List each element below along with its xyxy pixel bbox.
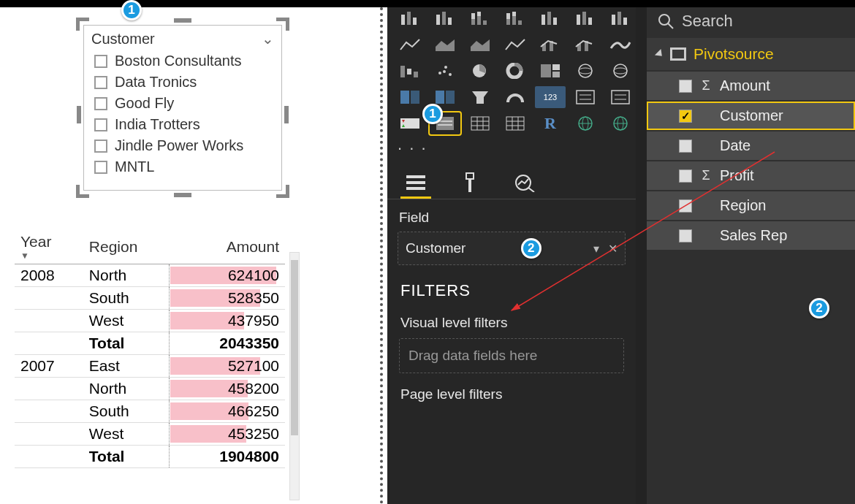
svg-point-34: [438, 72, 441, 75]
more-visuals-icon[interactable]: · · ·: [387, 137, 636, 164]
viz-type-table[interactable]: [465, 112, 495, 134]
field-checkbox[interactable]: [679, 199, 692, 213]
viz-type-pie[interactable]: [465, 60, 495, 82]
viz-type-kpi[interactable]: [570, 86, 601, 108]
viz-type-sbar[interactable]: [430, 7, 460, 29]
fields-search[interactable]: Search: [647, 7, 855, 38]
viz-type-slicer[interactable]: 1: [430, 112, 460, 134]
svg-rect-49: [436, 91, 444, 104]
viz-type-globe[interactable]: [605, 112, 636, 134]
slicer-item[interactable]: Good Fly: [90, 93, 276, 114]
slicer-visual[interactable]: Customer ⌄ Boston ConsultantsData Tronic…: [80, 22, 285, 194]
table-row: Total1904800: [15, 446, 285, 468]
viz-type-area[interactable]: [430, 34, 460, 56]
svg-point-45: [614, 64, 627, 77]
viz-type-scat[interactable]: [430, 60, 460, 82]
svg-rect-41: [552, 64, 560, 70]
svg-rect-4: [442, 12, 446, 25]
annotation-badge-1b: 1: [422, 104, 443, 124]
visual-filter-dropzone[interactable]: Drag data fields here: [399, 338, 624, 373]
col-amount[interactable]: Amount: [169, 230, 285, 264]
checkbox-icon[interactable]: [94, 97, 107, 110]
table-row: North458200: [15, 378, 285, 400]
field-row-region[interactable]: Region: [647, 191, 855, 220]
field-label: Sales Rep: [720, 227, 787, 244]
viz-type-globe[interactable]: [570, 112, 601, 134]
svg-rect-1: [407, 12, 411, 25]
right-panels: 1231R · · · Field Customer2 ▾ ✕ FILTERS …: [387, 7, 855, 504]
svg-rect-47: [400, 91, 409, 104]
svg-rect-69: [506, 117, 524, 130]
viz-type-matrix[interactable]: [500, 112, 531, 134]
viz-type-rvis[interactable]: R: [535, 112, 566, 134]
viz-type-combo[interactable]: [570, 34, 601, 56]
field-row-profit[interactable]: ΣProfit: [647, 161, 855, 190]
pane-divider: [380, 7, 383, 504]
viz-type-card[interactable]: [395, 112, 425, 134]
checkbox-icon[interactable]: [94, 161, 107, 174]
viz-type-numbox[interactable]: 123: [535, 86, 566, 108]
viz-type-area[interactable]: [465, 34, 495, 56]
checkbox-icon[interactable]: [94, 140, 107, 153]
svg-rect-17: [547, 12, 551, 25]
viz-type-sbar[interactable]: [395, 7, 425, 29]
viz-type-map[interactable]: [570, 60, 601, 82]
viz-type-map[interactable]: [605, 60, 636, 82]
svg-rect-14: [512, 12, 516, 16]
viz-type-tree[interactable]: [535, 60, 566, 82]
svg-marker-25: [436, 39, 455, 51]
checkbox-icon[interactable]: [94, 76, 107, 89]
viz-type-funnel[interactable]: [465, 86, 495, 108]
viz-type-cbar[interactable]: [465, 7, 495, 29]
viz-type-sbar[interactable]: [605, 7, 636, 29]
field-row-sales-rep[interactable]: Sales Rep: [647, 221, 855, 250]
col-region[interactable]: Region: [83, 230, 169, 264]
svg-marker-51: [472, 91, 488, 104]
field-row-customer[interactable]: ✓Customer: [647, 102, 855, 130]
analytics-tab[interactable]: [509, 168, 539, 199]
slicer-item[interactable]: MNTL: [90, 156, 276, 177]
chevron-down-icon[interactable]: ⌄: [262, 30, 274, 47]
viz-type-line[interactable]: [395, 34, 425, 56]
viz-type-sbar[interactable]: [570, 7, 601, 29]
viz-type-line[interactable]: [500, 34, 531, 56]
visual-level-filters-label: Visual level filters: [387, 308, 636, 338]
format-tab[interactable]: [455, 168, 485, 199]
field-row-amount[interactable]: ΣAmount: [647, 72, 855, 100]
viz-type-water[interactable]: [395, 60, 425, 82]
field-checkbox[interactable]: [679, 229, 692, 243]
field-checkbox[interactable]: [679, 80, 692, 93]
table-node-pivotsource[interactable]: Pivotsource: [647, 38, 855, 70]
table-row: 2008North624100: [15, 264, 285, 287]
scrollbar[interactable]: [289, 252, 300, 500]
viz-type-gauge[interactable]: [500, 86, 531, 108]
viz-type-combo[interactable]: [535, 34, 566, 56]
fields-tab[interactable]: [400, 168, 431, 199]
col-year[interactable]: Year▼: [15, 230, 83, 264]
field-well-customer[interactable]: Customer2 ▾ ✕: [398, 232, 626, 265]
matrix-visual[interactable]: Year▼ Region Amount 2008North624100South…: [15, 230, 285, 468]
viz-type-ribbon[interactable]: [605, 34, 636, 56]
viz-type-donut[interactable]: [500, 60, 531, 82]
field-row-date[interactable]: Date: [647, 131, 855, 160]
svg-rect-18: [553, 18, 557, 25]
slicer-item[interactable]: Jindle Power Works: [90, 135, 276, 156]
field-checkbox[interactable]: ✓: [679, 110, 692, 123]
remove-field-icon[interactable]: ✕: [608, 242, 618, 256]
slicer-item[interactable]: Boston Consultants: [90, 50, 276, 72]
field-checkbox[interactable]: [679, 140, 692, 153]
viz-type-kpi[interactable]: [605, 86, 636, 108]
viz-type-fill[interactable]: [395, 86, 425, 108]
fields-pane: Search Pivotsource ΣAmount✓CustomerDateΣ…: [647, 7, 855, 504]
slicer-item[interactable]: Data Tronics: [90, 72, 276, 93]
scrollbar-thumb[interactable]: [291, 260, 298, 435]
field-checkbox[interactable]: [679, 169, 692, 183]
dropdown-icon[interactable]: ▾: [593, 242, 599, 256]
viz-type-sbar[interactable]: [535, 7, 566, 29]
table-row: 2007East527100: [15, 355, 285, 378]
slicer-item[interactable]: India Trotters: [90, 114, 276, 135]
table-row: West453250: [15, 423, 285, 446]
checkbox-icon[interactable]: [94, 55, 107, 68]
viz-type-cbar[interactable]: [500, 7, 531, 29]
checkbox-icon[interactable]: [94, 118, 107, 131]
